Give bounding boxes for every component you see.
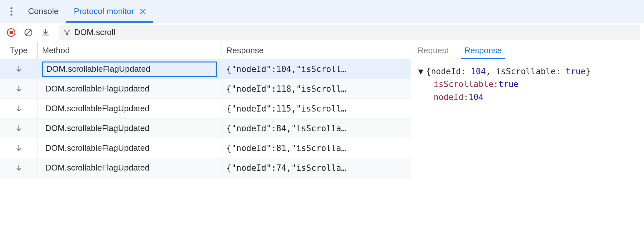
close-icon[interactable] [140,9,146,14]
object-summary[interactable]: ▼ {nodeId: 104, isScrollable: true} [418,65,637,78]
record-button[interactable] [4,25,18,40]
details-pane: Request Response ▼ {nodeId: 104, isScrol… [411,42,644,225]
caret-down-icon[interactable]: ▼ [418,65,426,78]
type-cell [0,99,38,118]
arrow-down-icon [16,145,22,152]
property-value: true [499,78,519,91]
property-row[interactable]: isScrollable: true [434,78,637,91]
response-cell: {"nodeId":74,"isScrolla… [222,158,411,178]
arrow-down-icon [16,66,22,73]
tab-label: Console [28,6,58,16]
arrow-down-icon [16,164,22,171]
tab-request[interactable]: Request [414,42,452,59]
svg-point-1 [11,11,12,12]
response-cell: {"nodeId":115,"isScroll… [222,99,411,118]
object-properties: isScrollable: truenodeId: 104 [418,78,637,104]
method-cell: DOM.scrollableFlagUpdated [38,99,222,118]
property-row[interactable]: nodeId: 104 [434,91,637,104]
more-vertical-icon [11,7,12,16]
arrow-down-icon [16,105,22,112]
method-cell: DOM.scrollableFlagUpdated [38,119,222,138]
clear-button[interactable] [21,25,36,40]
filter-field[interactable] [59,25,640,40]
response-cell: {"nodeId":118,"isScroll… [222,79,411,98]
arrow-down-icon [16,125,22,132]
table-row[interactable]: DOM.scrollableFlagUpdated{"nodeId":84,"i… [0,119,411,138]
table-row[interactable]: DOM.scrollableFlagUpdated{"nodeId":74,"i… [0,158,411,178]
tab-protocol-monitor[interactable]: Protocol monitor [66,0,153,23]
table-body: DOM.scrollableFlagUpdated{"nodeId":104,"… [0,59,411,225]
type-cell [0,79,38,98]
svg-point-2 [11,14,12,16]
save-button[interactable] [38,25,53,40]
tab-label: Protocol monitor [74,6,134,16]
method-cell: DOM.scrollableFlagUpdated [38,138,222,158]
type-cell [0,59,38,79]
message-table: Type Method Response DOM.scrollableFlagU… [0,42,411,225]
table-row[interactable]: DOM.scrollableFlagUpdated{"nodeId":104,"… [0,59,411,79]
type-cell [0,138,38,158]
column-header-type[interactable]: Type [0,42,38,59]
response-cell: {"nodeId":104,"isScroll… [222,59,411,79]
svg-rect-4 [10,31,13,34]
table-row[interactable]: DOM.scrollableFlagUpdated{"nodeId":81,"i… [0,138,411,158]
details-tabs: Request Response [411,42,644,59]
method-cell: DOM.scrollableFlagUpdated [38,79,222,98]
response-cell: {"nodeId":84,"isScrolla… [222,119,411,138]
method-cell: DOM.scrollableFlagUpdated [38,59,222,79]
type-cell [0,158,38,178]
table-row[interactable]: DOM.scrollableFlagUpdated{"nodeId":115,"… [0,99,411,119]
toolbar [0,23,644,42]
record-icon [7,28,16,37]
tab-response[interactable]: Response [461,42,505,59]
content-split: Type Method Response DOM.scrollableFlagU… [0,42,644,225]
method-cell: DOM.scrollableFlagUpdated [38,158,222,178]
property-value: 104 [469,91,484,104]
kebab-menu-button[interactable] [3,0,20,23]
tab-bar: Console Protocol monitor [0,0,644,23]
type-cell [0,119,38,138]
column-header-method[interactable]: Method [38,42,222,59]
column-header-response[interactable]: Response [222,42,411,59]
svg-point-0 [11,7,12,9]
filter-input[interactable] [74,27,635,37]
download-icon [41,28,50,37]
filter-icon [63,29,70,36]
tab-console[interactable]: Console [20,0,66,23]
property-key: nodeId [434,91,464,104]
table-header: Type Method Response [0,42,411,59]
table-row[interactable]: DOM.scrollableFlagUpdated{"nodeId":118,"… [0,79,411,99]
tab-label: Response [465,46,502,55]
clear-icon [24,28,33,37]
arrow-down-icon [16,85,22,92]
property-key: isScrollable [434,78,494,91]
details-body: ▼ {nodeId: 104, isScrollable: true} isSc… [411,59,644,109]
response-cell: {"nodeId":81,"isScrolla… [222,138,411,158]
tab-label: Request [418,46,449,55]
svg-line-6 [26,30,31,35]
